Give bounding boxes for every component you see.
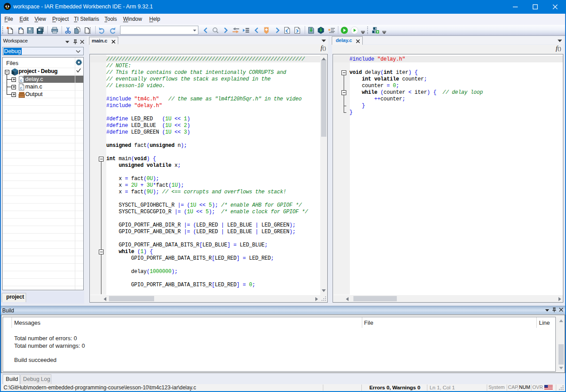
svg-text:c: c (20, 79, 22, 83)
svg-text:c: c (20, 86, 22, 91)
